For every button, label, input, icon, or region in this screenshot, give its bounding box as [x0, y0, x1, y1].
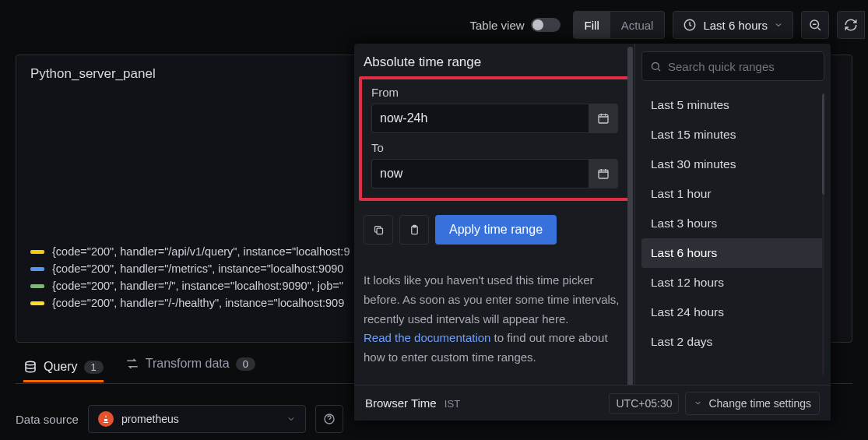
clock-icon — [683, 18, 697, 32]
datasource-help-button[interactable] — [315, 405, 343, 433]
fill-actual-switch[interactable]: Fill Actual — [573, 11, 666, 39]
quick-range-item[interactable]: Last 2 days — [641, 327, 824, 357]
chevron-down-icon — [694, 399, 702, 407]
datasource-name: prometheus — [121, 413, 179, 425]
legend-text: {code="200", handler="/-/healthy", insta… — [52, 297, 344, 309]
quick-range-item[interactable]: Last 30 minutes — [641, 150, 824, 179]
time-range-label: Last 6 hours — [703, 19, 768, 32]
scrollbar-thumb[interactable] — [822, 93, 824, 195]
to-calendar-button[interactable] — [589, 159, 618, 188]
refresh-icon — [844, 18, 858, 32]
table-view-toggle[interactable]: Table view — [466, 11, 565, 39]
calendar-icon — [597, 112, 610, 125]
quick-range-item[interactable]: Last 15 minutes — [641, 120, 824, 150]
absolute-range-panel: Absolute time range From To — [354, 44, 635, 421]
transform-count-badge: 0 — [236, 357, 255, 371]
toggle-switch[interactable] — [531, 18, 561, 32]
tab-transform[interactable]: Transform data 0 — [125, 357, 255, 377]
apply-time-range-button[interactable]: Apply time range — [435, 215, 557, 245]
change-time-settings-button[interactable]: Change time settings — [685, 392, 820, 415]
datasource-label: Data source — [16, 413, 79, 426]
legend-swatch — [30, 267, 44, 271]
legend-text: {code="200", handler="/metrics", instanc… — [52, 262, 343, 275]
chevron-down-icon — [774, 20, 783, 30]
time-range-picker-button[interactable]: Last 6 hours — [673, 11, 793, 39]
quick-ranges-panel: Last 5 minutesLast 15 minutesLast 30 min… — [635, 44, 831, 421]
fill-option[interactable]: Fill — [574, 12, 610, 38]
database-icon — [23, 360, 37, 374]
hint-text: It looks like you haven't used this time… — [364, 271, 620, 368]
legend-swatch — [30, 284, 44, 288]
chevron-down-icon — [286, 414, 296, 424]
tab-label: Query — [44, 360, 78, 374]
legend-swatch — [30, 250, 44, 254]
tab-label: Transform data — [146, 357, 230, 371]
quick-range-item[interactable]: Last 24 hours — [641, 297, 824, 327]
refresh-button[interactable] — [837, 11, 865, 39]
timezone-short: IST — [445, 398, 460, 410]
scrollbar-track[interactable] — [627, 47, 633, 417]
scrollbar-track[interactable] — [822, 93, 824, 375]
svg-rect-6 — [377, 228, 383, 234]
transform-icon — [125, 357, 139, 371]
scrollbar-thumb[interactable] — [627, 47, 633, 388]
timezone-footer: Browser Time IST UTC+05:30 Change time s… — [354, 385, 831, 421]
absolute-range-title: Absolute time range — [364, 55, 620, 70]
from-calendar-button[interactable] — [589, 104, 618, 133]
to-input[interactable] — [371, 159, 589, 188]
time-range-popup: Absolute time range From To — [354, 44, 831, 421]
zoom-out-icon — [808, 18, 822, 32]
from-label: From — [371, 86, 618, 99]
copy-url-button[interactable] — [364, 215, 393, 245]
svg-rect-5 — [599, 170, 608, 178]
table-view-label: Table view — [470, 19, 525, 32]
prometheus-icon — [98, 411, 114, 427]
query-count-badge: 1 — [84, 361, 104, 374]
quick-range-item[interactable]: Last 5 minutes — [641, 90, 824, 120]
legend-swatch — [30, 301, 44, 305]
search-quick-ranges[interactable] — [641, 51, 824, 81]
quick-range-item[interactable]: Last 6 hours — [641, 238, 824, 268]
quick-range-item[interactable]: Last 12 hours — [641, 268, 824, 297]
help-icon — [323, 413, 336, 425]
datasource-row: Data source prometheus — [16, 405, 343, 433]
from-input[interactable] — [371, 104, 589, 133]
calendar-icon — [597, 167, 610, 180]
svg-point-9 — [652, 62, 659, 69]
documentation-link[interactable]: Read the documentation — [364, 331, 490, 344]
paste-button[interactable] — [399, 215, 429, 245]
zoom-out-button[interactable] — [801, 11, 829, 39]
search-input[interactable] — [668, 60, 816, 73]
action-row: Apply time range — [364, 215, 620, 245]
svg-point-2 — [26, 361, 35, 365]
highlighted-region: From To — [359, 76, 631, 201]
legend-text: {code="200", handler="/", instance="loca… — [52, 280, 343, 292]
actual-option[interactable]: Actual — [610, 12, 665, 38]
tab-query[interactable]: Query 1 — [23, 360, 104, 382]
legend-text: {code="200", handler="/api/v1/query", in… — [52, 245, 350, 258]
utc-offset-badge: UTC+05:30 — [609, 393, 679, 414]
datasource-select[interactable]: prometheus — [88, 405, 306, 433]
change-time-settings-label: Change time settings — [708, 397, 811, 410]
quick-range-item[interactable]: Last 1 hour — [641, 179, 824, 209]
quick-range-item[interactable]: Last 3 hours — [641, 209, 824, 238]
top-toolbar: Table view Fill Actual Last 6 hours — [466, 11, 857, 39]
quick-ranges-list: Last 5 minutesLast 15 minutesLast 30 min… — [641, 90, 824, 378]
svg-rect-4 — [599, 114, 608, 123]
copy-icon — [373, 224, 385, 236]
clipboard-icon — [409, 224, 420, 236]
search-icon — [650, 61, 662, 72]
to-label: To — [371, 141, 618, 154]
browser-time-label: Browser Time — [365, 396, 437, 410]
